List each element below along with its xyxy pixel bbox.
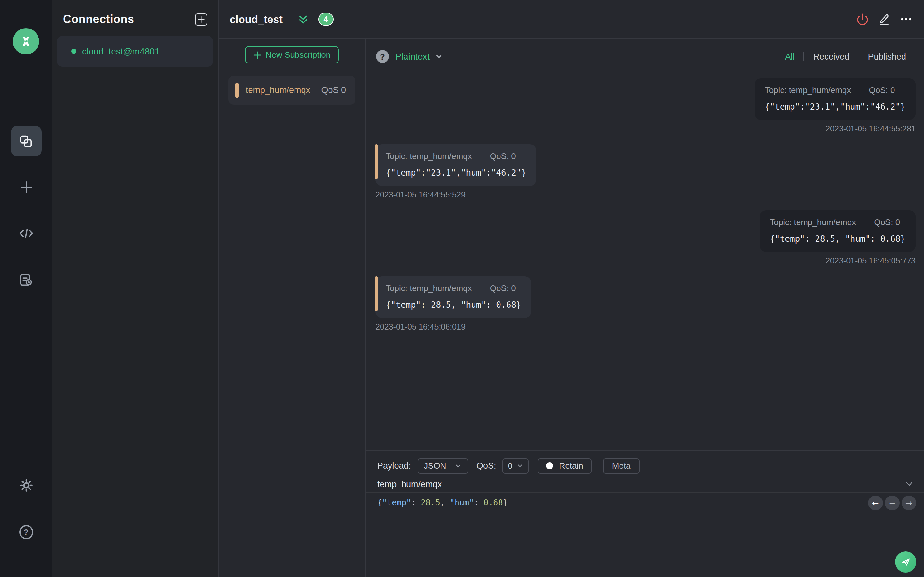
sidebar-item-log[interactable]: [11, 264, 41, 295]
message-payload: {"temp":"23.1","hum":"46.2"}: [386, 168, 526, 177]
payload-format-help-icon[interactable]: ?: [376, 50, 389, 63]
editor-token: }: [503, 498, 507, 507]
messages-toolbar: ? Plaintext All Received Published: [366, 39, 924, 70]
history-next-button[interactable]: →: [901, 496, 916, 510]
connections-title: Connections: [63, 13, 134, 26]
message-received: Topic: temp_hum/emqx QoS: 0 {"temp": 28.…: [375, 276, 916, 332]
message-qos: QoS: 0: [874, 218, 900, 227]
collapse-editor-icon[interactable]: [904, 479, 914, 489]
connections-header: Connections: [52, 0, 218, 26]
editor-token: :: [474, 498, 483, 507]
publish-topic-row: temp_hum/emqx: [366, 476, 924, 493]
filter-published[interactable]: Published: [859, 52, 915, 61]
messages-panel: ? Plaintext All Received Published: [366, 39, 924, 577]
settings-gear-icon: [18, 478, 34, 493]
message-payload: {"temp":"23.1","hum":"46.2"}: [765, 102, 905, 111]
subscription-topic: temp_hum/emqx: [246, 85, 310, 95]
sidebar-item-settings[interactable]: [11, 470, 41, 501]
message-timestamp: 2023-01-05 16:44:55:281: [825, 124, 916, 133]
message-meta: Topic: temp_hum/emqx QoS: 0: [386, 284, 521, 293]
power-icon: [856, 13, 869, 26]
payload-label: Payload:: [377, 461, 411, 471]
chevron-down-icon: [454, 462, 462, 470]
log-icon: [19, 272, 33, 287]
subscription-qos: QoS 0: [321, 85, 346, 95]
message-list[interactable]: Topic: temp_hum/emqx QoS: 0 {"temp":"23.…: [366, 70, 924, 450]
edit-pencil-icon: [878, 13, 891, 26]
history-nav: ← − →: [868, 496, 916, 510]
message-topic: Topic: temp_hum/emqx: [386, 151, 472, 161]
main-body: New Subscription temp_hum/emqx QoS 0 ? P…: [219, 39, 924, 577]
message-bubble[interactable]: Topic: temp_hum/emqx QoS: 0 {"temp":"23.…: [754, 78, 916, 120]
connections-icon: [19, 134, 33, 148]
message-bubble[interactable]: Topic: temp_hum/emqx QoS: 0 {"temp": 28.…: [375, 276, 531, 318]
sidebar-item-help[interactable]: ?: [11, 517, 41, 548]
mqttx-logo: [13, 28, 39, 55]
qos-dropdown[interactable]: 0: [503, 458, 529, 474]
payload-editor[interactable]: {"temp": 28.5, "hum": 0.68}: [366, 493, 924, 507]
rail-nav: [11, 126, 41, 295]
message-qos: QoS: 0: [490, 151, 516, 161]
topic-input[interactable]: temp_hum/emqx: [377, 479, 442, 489]
editor-token: "hum": [450, 498, 474, 507]
message-filters: All Received Published: [776, 52, 915, 61]
message-qos: QoS: 0: [490, 284, 516, 293]
retain-label: Retain: [559, 461, 583, 471]
retain-toggle[interactable]: Retain: [538, 458, 591, 474]
sidebar-item-new-connection[interactable]: [11, 172, 41, 203]
collapse-subscriptions-icon[interactable]: [297, 13, 309, 25]
message-timestamp: 2023-01-05 16:45:06:019: [375, 322, 465, 332]
publish-controls: Payload: JSON QoS: 0 Retain: [366, 451, 924, 475]
message-published: Topic: temp_hum/emqx QoS: 0 {"temp":"23.…: [375, 78, 916, 133]
connected-status-dot: [71, 49, 76, 54]
chevron-down-icon: [517, 462, 524, 469]
publish-panel: Payload: JSON QoS: 0 Retain: [366, 450, 924, 577]
qos-value: 0: [508, 461, 512, 471]
message-meta: Topic: temp_hum/emqx QoS: 0: [765, 85, 905, 95]
editor-token: ,: [440, 498, 450, 507]
message-topic: Topic: temp_hum/emqx: [386, 284, 472, 293]
connection-name: cloud_test@m4801…: [82, 46, 169, 56]
meta-button[interactable]: Meta: [603, 458, 640, 474]
rail-bottom: ?: [11, 470, 41, 577]
mqttx-app-window: ? Connections cloud_test@m4801… cloud_te…: [0, 0, 924, 577]
subscription-count-badge: 4: [318, 13, 333, 26]
message-timestamp: 2023-01-05 16:44:55:529: [375, 190, 465, 199]
connections-panel: Connections cloud_test@m4801…: [52, 0, 219, 577]
new-subscription-button[interactable]: New Subscription: [245, 46, 339, 63]
message-topic: Topic: temp_hum/emqx: [765, 85, 851, 95]
icon-rail: ?: [0, 0, 52, 577]
subscription-item[interactable]: temp_hum/emqx QoS 0: [228, 76, 355, 105]
message-bubble[interactable]: Topic: temp_hum/emqx QoS: 0 {"temp":"23.…: [375, 144, 536, 186]
sidebar-item-script[interactable]: [11, 218, 41, 249]
payload-format-select[interactable]: Plaintext: [395, 51, 430, 61]
add-connection-button[interactable]: [195, 13, 207, 26]
filter-received[interactable]: Received: [804, 52, 859, 61]
payload-format-dropdown[interactable]: JSON: [417, 458, 468, 474]
connection-list-item[interactable]: cloud_test@m4801…: [57, 36, 213, 67]
disconnect-button[interactable]: [856, 13, 869, 26]
send-button[interactable]: [895, 551, 916, 572]
message-bubble[interactable]: Topic: temp_hum/emqx QoS: 0 {"temp": 28.…: [759, 210, 916, 252]
history-prev-button[interactable]: ←: [868, 496, 883, 510]
connection-title: cloud_test: [230, 13, 283, 25]
sidebar-item-connections[interactable]: [11, 126, 41, 156]
plus-icon: [254, 51, 261, 59]
editor-token: "temp": [382, 498, 411, 507]
history-clear-button[interactable]: −: [885, 496, 900, 510]
editor-token: :: [411, 498, 421, 507]
retain-dot-icon: [546, 462, 553, 469]
message-payload: {"temp": 28.5, "hum": 0.68}: [770, 234, 905, 243]
more-options-button[interactable]: [900, 13, 913, 26]
connection-header: cloud_test 4: [219, 0, 924, 39]
message-published: Topic: temp_hum/emqx QoS: 0 {"temp": 28.…: [375, 210, 916, 266]
message-meta: Topic: temp_hum/emqx QoS: 0: [386, 151, 526, 161]
chevron-down-icon[interactable]: [434, 52, 443, 61]
message-meta: Topic: temp_hum/emqx QoS: 0: [770, 218, 905, 227]
message-timestamp: 2023-01-05 16:45:05:773: [825, 256, 916, 266]
meta-label: Meta: [612, 461, 631, 471]
edit-connection-button[interactable]: [878, 13, 891, 26]
plus-icon: [198, 16, 205, 23]
message-topic: Topic: temp_hum/emqx: [770, 218, 856, 227]
filter-all[interactable]: All: [776, 52, 804, 61]
